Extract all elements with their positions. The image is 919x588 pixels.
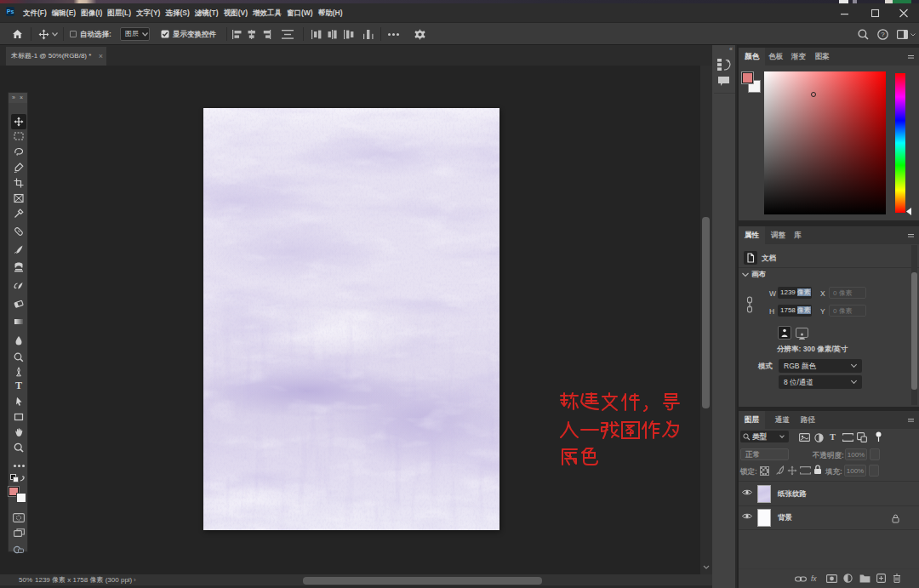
svg-text:?: ?	[881, 31, 885, 38]
